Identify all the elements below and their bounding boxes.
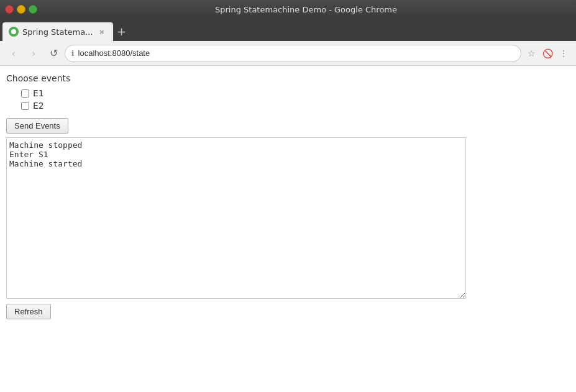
navigation-bar: ‹ › ↺ ℹ ☆ 🚫 ⋮: [0, 41, 576, 66]
browser-tab[interactable]: Spring Statema... ×: [2, 22, 113, 41]
maximize-window-button[interactable]: [29, 5, 37, 14]
minimize-window-button[interactable]: [17, 5, 25, 14]
send-events-button[interactable]: Send Events: [6, 118, 68, 134]
forward-button[interactable]: ›: [25, 45, 42, 62]
nav-actions: ☆ 🚫 ⋮: [524, 46, 571, 61]
window-controls: [5, 5, 37, 14]
tab-bar: Spring Statema... × +: [0, 19, 576, 41]
tab-close-button[interactable]: ×: [97, 27, 107, 37]
close-window-button[interactable]: [5, 5, 14, 14]
e2-label: E2: [33, 101, 44, 111]
address-input[interactable]: [78, 48, 514, 58]
address-bar[interactable]: ℹ: [65, 45, 521, 62]
new-tab-button[interactable]: +: [113, 24, 130, 39]
e1-label: E1: [33, 88, 44, 98]
window-title: Spring Statemachine Demo - Google Chrome: [41, 5, 571, 14]
tab-favicon-icon: [9, 27, 19, 37]
refresh-button[interactable]: Refresh: [6, 304, 51, 319]
page-heading: Choose events: [6, 73, 570, 83]
title-bar: Spring Statemachine Demo - Google Chrome: [0, 0, 576, 19]
e1-checkbox[interactable]: [21, 89, 29, 98]
list-item: E2: [21, 101, 570, 111]
output-textarea[interactable]: [6, 137, 466, 299]
tab-label: Spring Statema...: [22, 27, 93, 37]
refresh-nav-button[interactable]: ↺: [45, 45, 62, 62]
e2-checkbox[interactable]: [21, 102, 29, 110]
list-item: E1: [21, 88, 570, 98]
bookmark-button[interactable]: ☆: [524, 46, 539, 61]
events-list: E1 E2: [6, 88, 570, 111]
page-content: Choose events E1 E2 Send Events Refresh: [0, 66, 576, 392]
stop-button[interactable]: 🚫: [540, 46, 555, 61]
back-button[interactable]: ‹: [5, 45, 22, 62]
more-menu-button[interactable]: ⋮: [556, 46, 571, 61]
address-icon: ℹ: [71, 49, 75, 58]
